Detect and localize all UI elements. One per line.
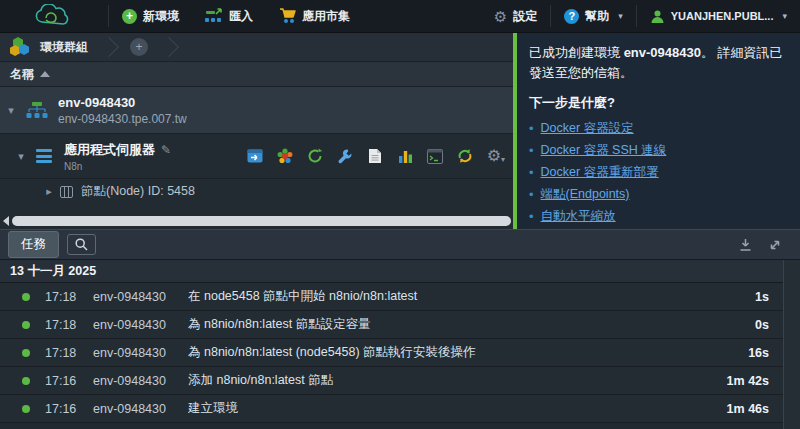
link-docker-redeploy[interactable]: Docker 容器重新部署 (541, 164, 659, 181)
status-dot-icon (22, 377, 30, 385)
marketplace-cart-icon (279, 8, 296, 24)
open-in-browser-button[interactable] (247, 148, 264, 165)
env-groups-button[interactable]: 環境群組 (0, 37, 88, 57)
task-row[interactable]: 17:16 env-0948430 添加 n8nio/n8n:latest 節點… (0, 367, 783, 395)
expand-panel-button[interactable] (767, 237, 782, 252)
task-row[interactable]: 17:18 env-0948430 為 n8nio/n8n:latest (no… (0, 339, 783, 367)
task-duration: 1m 46s (693, 402, 783, 416)
help-label: 幫助 (585, 8, 609, 25)
list-item: • 端點(Endpoints) (529, 183, 788, 205)
node-toolbar: ⚙ ▾ (247, 148, 513, 165)
task-description: 在 node5458 節點中開始 n8nio/n8n:latest (188, 288, 693, 305)
search-button[interactable] (67, 234, 96, 255)
sort-ascending-icon (40, 71, 50, 77)
env-groups-label: 環境群組 (40, 39, 88, 56)
add-group-button[interactable]: + (130, 38, 148, 56)
next-steps-links: • Docker 容器設定 • Docker 容器 SSH 連線 • Docke… (529, 117, 788, 227)
status-dot-icon (22, 405, 30, 413)
expand-icon (768, 238, 782, 252)
restart-node-button[interactable] (307, 148, 324, 165)
settings-button[interactable]: ⚙ 設定 (481, 0, 550, 32)
bullet-icon: • (529, 144, 534, 157)
task-duration: 16s (693, 346, 783, 360)
name-column-header[interactable]: 名稱 (0, 62, 513, 87)
import-label: 匯入 (229, 8, 253, 25)
task-env: env-0948430 (93, 402, 188, 416)
marketplace-label: 應用市集 (302, 8, 350, 25)
redeploy-button[interactable] (457, 148, 474, 165)
task-description: 建立環境 (188, 400, 693, 417)
config-wrench-button[interactable] (337, 148, 354, 165)
web-ssh-button[interactable] (427, 148, 444, 165)
scroll-left-arrow-icon[interactable] (3, 216, 9, 226)
collapse-chevron-icon[interactable]: ▾ (14, 150, 28, 163)
settings-label: 設定 (513, 8, 537, 25)
task-duration: 0s (693, 318, 783, 332)
plus-icon: + (122, 9, 137, 24)
status-dot-icon (22, 349, 30, 357)
import-icon (205, 8, 223, 24)
list-item: • Docker 容器 SSH 連線 (529, 139, 788, 161)
edit-pencil-icon[interactable]: ✎ (161, 143, 171, 157)
success-message: 已成功創建環境 env-0948430。 詳細資訊已發送至您的信箱。 (529, 43, 788, 82)
list-item: • 自動水平縮放 (529, 205, 788, 227)
environment-domain: env-0948430.tpe.007.tw (58, 112, 187, 126)
node-row[interactable]: ▸ 節點(Node) ID: 5458 (0, 179, 513, 204)
list-item: • Docker 容器重新部署 (529, 161, 788, 183)
task-row[interactable]: 17:18 env-0948430 為 n8nio/n8n:latest 節點設… (0, 311, 783, 339)
environment-tree-panel: 環境群組 + 名稱 ▾ env-0948430 env-0948430.tpe.… (0, 33, 513, 229)
link-endpoints[interactable]: 端點(Endpoints) (541, 186, 630, 203)
user-menu[interactable]: YUANJHEN.PUBL... ▾ (637, 0, 800, 32)
task-description: 添加 n8nio/n8n:latest 節點 (188, 372, 693, 389)
task-time: 17:18 (45, 290, 93, 304)
message-prefix: 已成功創建環境 (529, 45, 624, 60)
tree-horizontal-scrollbar[interactable] (0, 215, 513, 227)
link-docker-settings[interactable]: Docker 容器設定 (541, 120, 634, 137)
tasks-vertical-scrollbar[interactable] (783, 260, 800, 429)
task-row[interactable]: 17:18 env-0948430 在 node5458 節點中開始 n8nio… (0, 283, 783, 311)
chevron-down-icon: ▾ (782, 11, 787, 21)
help-button[interactable]: ? 幫助 ▾ (551, 0, 636, 32)
gear-icon: ⚙ (494, 9, 507, 24)
new-environment-label: 新環境 (143, 8, 179, 25)
additionally-gear-button[interactable]: ⚙ ▾ (487, 148, 505, 164)
breadcrumb-chevron-icon (159, 37, 179, 57)
task-description: 為 n8nio/n8n:latest 節點設定容量 (188, 316, 693, 333)
tasks-table: 13 十一月 2025 17:18 env-0948430 在 node5458… (0, 260, 800, 429)
import-button[interactable]: 匯入 (192, 0, 266, 32)
name-header-label: 名稱 (10, 66, 34, 83)
task-time: 17:18 (45, 318, 93, 332)
marketplace-button[interactable]: 應用市集 (266, 0, 363, 32)
tasks-tab-bar: 任務 (0, 230, 800, 260)
task-time: 17:16 (45, 374, 93, 388)
node-label: 節點(Node) ID: 5458 (81, 183, 195, 200)
log-button[interactable] (367, 148, 384, 165)
new-environment-button[interactable]: + 新環境 (109, 0, 192, 32)
app-server-layers-icon (36, 149, 52, 163)
environment-name: env-0948430 (58, 95, 187, 110)
download-icon (739, 238, 752, 252)
message-env-name: env-0948430 (624, 45, 701, 60)
collapse-chevron-icon[interactable]: ▾ (4, 104, 18, 117)
env-groups-breadcrumb: 環境群組 + (0, 33, 513, 62)
app-server-subtitle: N8n (64, 161, 171, 172)
app-logo[interactable] (0, 0, 108, 32)
statistics-button[interactable] (397, 148, 414, 165)
chevron-down-icon: ▾ (618, 11, 623, 21)
bullet-icon: • (529, 210, 534, 223)
link-docker-ssh[interactable]: Docker 容器 SSH 連線 (541, 142, 667, 159)
task-env: env-0948430 (93, 346, 188, 360)
environment-row[interactable]: ▾ env-0948430 env-0948430.tpe.007.tw (0, 87, 513, 134)
tab-tasks[interactable]: 任務 (8, 231, 59, 258)
task-description: 為 n8nio/n8n:latest (node5458) 節點執行安裝後操作 (188, 344, 693, 361)
task-row[interactable]: 17:16 env-0948430 建立環境 1m 46s (0, 395, 783, 423)
expand-chevron-icon[interactable]: ▸ (42, 185, 56, 198)
task-time: 17:16 (45, 402, 93, 416)
addons-button[interactable] (277, 148, 294, 165)
top-bar: + 新環境 匯入 應用市集 ⚙ 設定 ? 幫助 ▾ (0, 0, 800, 33)
app-server-row[interactable]: ▾ 應用程式伺服器 ✎ N8n (0, 134, 513, 179)
scrollbar-thumb[interactable] (12, 216, 511, 226)
link-auto-horizontal-scaling[interactable]: 自動水平縮放 (541, 208, 616, 225)
download-log-button[interactable] (738, 237, 753, 252)
list-item: • Docker 容器設定 (529, 117, 788, 139)
